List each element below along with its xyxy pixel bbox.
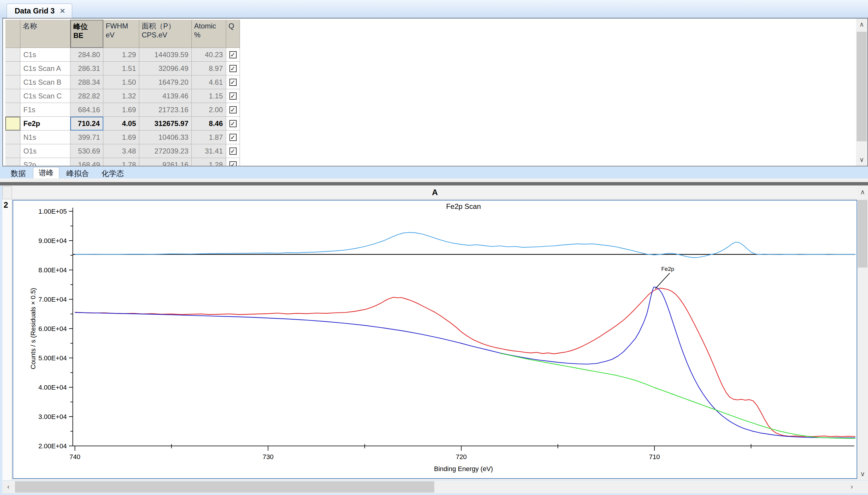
quantify-checkbox[interactable]: ✓ — [229, 79, 236, 86]
cell-be[interactable]: 399.71 — [70, 131, 103, 144]
cell-area[interactable]: 312675.97 — [139, 117, 192, 131]
cell-atomic[interactable]: 40.23 — [192, 48, 226, 62]
chart-row-header[interactable]: 2 — [4, 201, 8, 210]
cell-name[interactable]: C1s Scan A — [20, 62, 70, 75]
cell-name[interactable]: Fe2p — [20, 117, 70, 131]
cell-name[interactable]: N1s — [20, 131, 70, 144]
horizontal-scrollbar-thumb[interactable] — [15, 481, 434, 493]
cell-be[interactable]: 288.34 — [70, 75, 103, 89]
cell-fwhm[interactable]: 1.69 — [103, 103, 139, 117]
cell-fwhm[interactable]: 4.05 — [103, 117, 139, 131]
column-header-name[interactable]: 名称 — [20, 20, 70, 48]
row-header-cell[interactable] — [5, 103, 20, 117]
row-header-cell[interactable] — [5, 89, 20, 103]
horizontal-splitter[interactable] — [0, 182, 868, 186]
row-header-cell[interactable] — [5, 75, 20, 89]
quantify-checkbox[interactable]: ✓ — [229, 92, 236, 100]
cell-area[interactable]: 10406.33 — [139, 131, 192, 144]
table-row-c1s[interactable]: C1s284.801.29144039.5940.23✓ — [5, 48, 240, 62]
column-header-area[interactable]: 面积（P）CPS.eV — [139, 20, 192, 48]
quantify-checkbox[interactable]: ✓ — [229, 134, 236, 141]
scroll-up-icon[interactable]: ∧ — [857, 186, 868, 198]
cell-atomic[interactable]: 1.28 — [192, 158, 226, 166]
row-header-cell[interactable] — [5, 117, 20, 131]
quantify-checkbox[interactable]: ✓ — [229, 161, 236, 167]
cell-be[interactable]: 282.82 — [70, 89, 103, 103]
quantify-checkbox[interactable]: ✓ — [229, 120, 236, 127]
cell-atomic[interactable]: 4.61 — [192, 75, 226, 89]
scroll-left-icon[interactable]: ‹ — [2, 481, 14, 493]
cell-fwhm[interactable]: 1.32 — [103, 89, 139, 103]
row-header-cell[interactable] — [5, 62, 20, 75]
cell-name[interactable]: O1s — [20, 144, 70, 158]
chart-vertical-scrollbar[interactable]: ∧ ∨ — [857, 186, 868, 480]
view-tab-化学态[interactable]: 化学态 — [96, 168, 129, 178]
row-header-cell[interactable] — [5, 158, 20, 166]
close-icon[interactable]: ✕ — [59, 7, 65, 15]
cell-area[interactable]: 272039.23 — [139, 144, 192, 158]
cell-atomic[interactable]: 8.46 — [192, 117, 226, 131]
table-row-c1s-scan-b[interactable]: C1s Scan B288.341.5016479.204.61✓ — [5, 75, 240, 89]
view-tab-数据[interactable]: 数据 — [5, 168, 31, 178]
column-header-be[interactable]: 峰位BE — [70, 20, 103, 48]
cell-atomic[interactable]: 8.97 — [192, 62, 226, 75]
table-vertical-scrollbar[interactable]: ∧ ∨ — [856, 19, 867, 166]
table-row-fe2p[interactable]: Fe2p710.244.05312675.978.46✓ — [5, 117, 240, 131]
cell-fwhm[interactable]: 1.51 — [103, 62, 139, 75]
table-row-n1s[interactable]: N1s399.711.6910406.331.87✓ — [5, 131, 240, 144]
cell-name[interactable]: F1s — [20, 103, 70, 117]
row-header-cell[interactable] — [5, 131, 20, 144]
cell-be[interactable]: 284.80 — [70, 48, 103, 62]
cell-name[interactable]: C1s Scan B — [20, 75, 70, 89]
table-row-s2p[interactable]: S2p168.491.789261.161.28✓ — [5, 158, 240, 166]
quantify-checkbox[interactable]: ✓ — [229, 51, 236, 58]
cell-fwhm[interactable]: 1.29 — [103, 48, 139, 62]
table-row-c1s-scan-c[interactable]: C1s Scan C282.821.324139.461.15✓ — [5, 89, 240, 103]
cell-area[interactable]: 9261.16 — [139, 158, 192, 166]
quantify-checkbox[interactable]: ✓ — [229, 106, 236, 114]
cell-fwhm[interactable]: 3.48 — [103, 144, 139, 158]
view-tab-峰拟合[interactable]: 峰拟合 — [61, 168, 94, 178]
table-row-o1s[interactable]: O1s530.693.48272039.2331.41✓ — [5, 144, 240, 158]
cell-area[interactable]: 4139.46 — [139, 89, 192, 103]
cell-be[interactable]: 168.49 — [70, 158, 103, 166]
row-header-cell[interactable] — [5, 144, 20, 158]
cell-area[interactable]: 32096.49 — [139, 62, 192, 75]
cell-name[interactable]: C1s Scan C — [20, 89, 70, 103]
column-header-q[interactable]: Q — [226, 20, 240, 48]
column-header-atomic[interactable]: Atomic% — [192, 20, 226, 48]
view-tab-谱峰[interactable]: 谱峰 — [33, 167, 59, 178]
cell-be[interactable]: 684.16 — [70, 103, 103, 117]
chart-column-header[interactable]: A — [13, 186, 857, 199]
scroll-right-icon[interactable]: › — [846, 481, 858, 493]
cell-atomic[interactable]: 2.00 — [192, 103, 226, 117]
chart-scrollbar-thumb[interactable] — [858, 200, 867, 268]
cell-area[interactable]: 144039.59 — [139, 48, 192, 62]
scroll-down-icon[interactable]: ∨ — [857, 468, 868, 480]
document-tab-data-grid[interactable]: Data Grid 3 ✕ — [6, 4, 72, 18]
quantify-checkbox[interactable]: ✓ — [229, 65, 236, 72]
scroll-up-icon[interactable]: ∧ — [856, 19, 867, 31]
cell-fwhm[interactable]: 1.78 — [103, 158, 139, 166]
cell-be[interactable]: 530.69 — [70, 144, 103, 158]
horizontal-scrollbar[interactable]: ‹ › — [2, 481, 868, 493]
column-header-fwhm[interactable]: FWHMeV — [103, 20, 139, 48]
cell-be[interactable]: 286.31 — [70, 62, 103, 75]
cell-atomic[interactable]: 1.87 — [192, 131, 226, 144]
table-row-c1s-scan-a[interactable]: C1s Scan A286.311.5132096.498.97✓ — [5, 62, 240, 75]
cell-atomic[interactable]: 1.15 — [192, 89, 226, 103]
cell-fwhm[interactable]: 1.69 — [103, 131, 139, 144]
cell-area[interactable]: 21723.16 — [139, 103, 192, 117]
cell-name[interactable]: C1s — [20, 48, 70, 62]
spectrum-chart[interactable]: Fe2p Scan1.00E+059.00E+048.00E+047.00E+0… — [13, 200, 857, 479]
row-header-cell[interactable] — [5, 48, 20, 62]
cell-area[interactable]: 16479.20 — [139, 75, 192, 89]
cell-be[interactable]: 710.24 — [70, 117, 103, 131]
cell-name[interactable]: S2p — [20, 158, 70, 166]
cell-fwhm[interactable]: 1.50 — [103, 75, 139, 89]
cell-atomic[interactable]: 31.41 — [192, 144, 226, 158]
scroll-down-icon[interactable]: ∨ — [856, 154, 867, 166]
table-row-f1s[interactable]: F1s684.161.6921723.162.00✓ — [5, 103, 240, 117]
quantify-checkbox[interactable]: ✓ — [229, 148, 236, 155]
table-scrollbar-thumb[interactable] — [857, 32, 867, 141]
